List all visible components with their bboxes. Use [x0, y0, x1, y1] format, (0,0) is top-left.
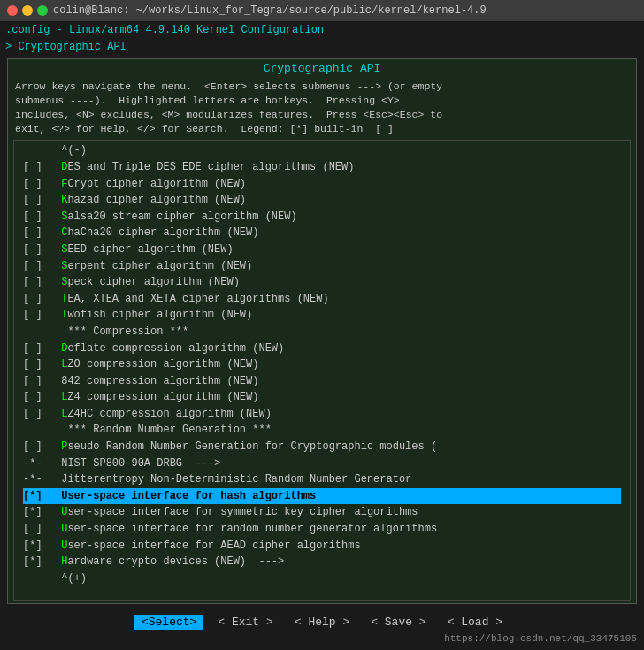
scroll-down-indicator: ^(+) — [23, 570, 621, 587]
list-item[interactable]: [*] User-space interface for AEAD cipher… — [23, 538, 621, 554]
help-button[interactable]: < Help > — [288, 615, 356, 630]
bottom-buttons: <Select> < Exit > < Help > < Save > < Lo… — [134, 615, 510, 630]
list-item[interactable]: -*- Jitterentropy Non-Deterministic Rand… — [23, 471, 621, 488]
close-button[interactable] — [7, 5, 18, 16]
load-button[interactable]: < Load > — [441, 615, 510, 630]
menubar-text: .config - Linux/arm64 4.9.140 Kernel Con… — [5, 24, 324, 36]
breadcrumb: > Cryptographic API — [0, 39, 644, 55]
dialog-content: ^(-) [ ] DES and Triple DES EDE cipher a… — [13, 140, 631, 601]
save-button[interactable]: < Save > — [364, 615, 433, 630]
window-title: colin@Blanc: ~/works/Linux_for_Tegra/sou… — [53, 4, 637, 17]
list-item[interactable]: [ ] User-space interface for random numb… — [23, 521, 621, 538]
maximize-button[interactable] — [37, 5, 48, 16]
dialog-box: Cryptographic API Arrow keys navigate th… — [7, 58, 637, 604]
list-item[interactable]: [ ] Pseudo Random Number Generation for … — [23, 439, 621, 455]
list-item[interactable]: [ ] SEED cipher algorithm (NEW) — [23, 241, 621, 258]
traffic-lights — [7, 5, 48, 16]
section-header-compression: *** Compression *** — [23, 324, 621, 340]
list-item[interactable]: [ ] 842 compression algorithm (NEW) — [23, 373, 621, 390]
list-item-selected[interactable]: [*] User-space interface for hash algori… — [23, 488, 621, 505]
list-item[interactable]: -*- NIST SP800-90A DRBG ---> — [23, 455, 621, 472]
list-item[interactable]: [ ] Khazad cipher algorithm (NEW) — [23, 192, 621, 209]
list-item[interactable]: [*] User-space interface for symmetric k… — [23, 504, 621, 521]
watermark: https://blog.csdn.net/qq_33475105 — [0, 633, 644, 644]
list-item[interactable]: [ ] TEA, XTEA and XETA cipher algorithms… — [23, 291, 621, 308]
section-header-rng: *** Random Number Generation *** — [23, 422, 621, 439]
list-item[interactable]: [ ] ChaCha20 cipher algorithm (NEW) — [23, 225, 621, 241]
list-item[interactable]: [ ] LZ4 compression algorithm (NEW) — [23, 389, 621, 406]
list-item[interactable]: [ ] Speck cipher algorithm (NEW) — [23, 274, 621, 291]
bottom-bar: <Select> < Exit > < Help > < Save > < Lo… — [0, 608, 644, 650]
list-item[interactable]: [ ] FCrypt cipher algorithm (NEW) — [23, 176, 621, 193]
list-item[interactable]: [ ] Deflate compression algorithm (NEW) — [23, 340, 621, 357]
list-item[interactable]: [ ] Twofish cipher algorithm (NEW) — [23, 307, 621, 324]
breadcrumb-text: > Cryptographic API — [5, 41, 126, 53]
minimize-button[interactable] — [22, 5, 33, 16]
select-button[interactable]: <Select> — [134, 615, 203, 630]
list-item[interactable]: [ ] LZ4HC compression algorithm (NEW) — [23, 406, 621, 423]
main-panel: Cryptographic API Arrow keys navigate th… — [0, 55, 644, 608]
dialog-help: Arrow keys navigate the menu. <Enter> se… — [8, 78, 636, 138]
title-bar: colin@Blanc: ~/works/Linux_for_Tegra/sou… — [0, 0, 644, 21]
scroll-up-indicator: ^(-) — [23, 142, 621, 159]
dialog-title: Cryptographic API — [8, 59, 636, 78]
list-item[interactable]: [ ] Salsa20 stream cipher algorithm (NEW… — [23, 209, 621, 226]
list-item[interactable]: [ ] Serpent cipher algorithm (NEW) — [23, 258, 621, 275]
exit-button[interactable]: < Exit > — [211, 615, 280, 630]
menubar: .config - Linux/arm64 4.9.140 Kernel Con… — [0, 21, 644, 39]
list-item[interactable]: [ ] DES and Triple DES EDE cipher algori… — [23, 159, 621, 176]
list-item[interactable]: [*] Hardware crypto devices (NEW) ---> — [23, 554, 621, 570]
list-item[interactable]: [ ] LZO compression algorithm (NEW) — [23, 356, 621, 373]
